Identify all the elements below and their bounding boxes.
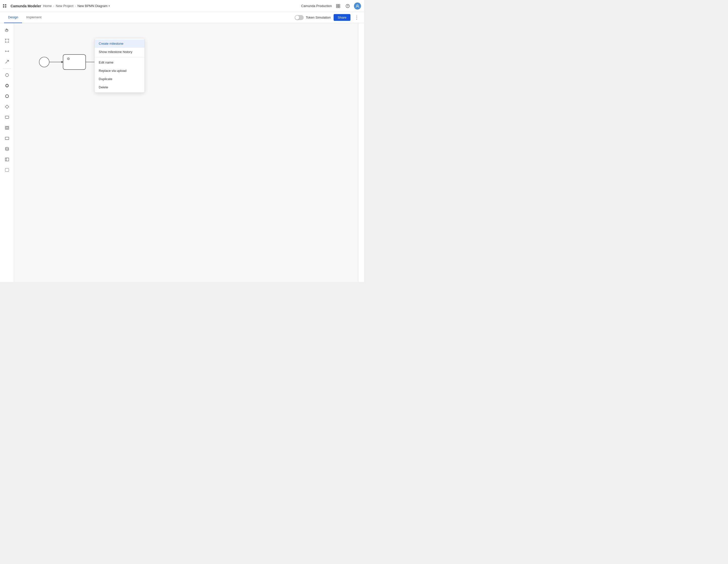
svg-point-16 (6, 74, 9, 77)
navbar-right: Camunda Production ? (301, 3, 361, 10)
menu-item-edit-name[interactable]: Edit name (95, 58, 144, 67)
svg-point-8 (5, 39, 6, 40)
toggle-track[interactable] (295, 15, 304, 20)
select-tool-button[interactable] (2, 36, 12, 46)
start-event-tool-button[interactable] (2, 70, 12, 80)
toggle-knob (295, 16, 299, 20)
svg-marker-20 (5, 105, 9, 109)
left-toolbar (0, 23, 14, 282)
breadcrumb-sep1: › (53, 4, 54, 8)
menu-item-delete[interactable]: Delete (95, 83, 144, 91)
svg-rect-3 (338, 6, 340, 8)
breadcrumb-sep2: › (75, 4, 76, 8)
context-menu: Create milestone Show milestone history … (94, 38, 145, 93)
menu-item-duplicate[interactable]: Duplicate (95, 75, 144, 83)
svg-point-18 (6, 85, 8, 87)
app-icon (3, 4, 7, 8)
token-simulation-toggle: Token Simulation (295, 15, 331, 20)
grid-icon (3, 4, 7, 8)
data-store-tool-button[interactable] (2, 144, 12, 154)
avatar[interactable] (354, 3, 361, 10)
task-tool-button[interactable] (2, 112, 12, 122)
svg-text:?: ? (347, 5, 349, 8)
gateway-tool-button[interactable] (2, 102, 12, 112)
breadcrumb-project[interactable]: New Project (56, 4, 73, 8)
svg-rect-21 (5, 116, 9, 119)
tab-design[interactable]: Design (4, 12, 22, 23)
breadcrumb-current[interactable]: New BPMN Diagram ▾ (77, 4, 110, 8)
breadcrumb: Home › New Project › New BPMN Diagram ▾ (43, 4, 110, 8)
tabs-bar: Design Implement Token Simulation Share … (0, 12, 364, 23)
svg-point-11 (8, 42, 9, 43)
svg-rect-23 (6, 127, 8, 129)
end-event-tool-button[interactable] (2, 91, 12, 101)
toolbar-separator-1 (3, 68, 11, 69)
svg-rect-22 (5, 126, 9, 129)
share-button[interactable]: Share (334, 14, 350, 21)
chevron-down-icon: ▾ (109, 5, 110, 7)
app-name: Camunda Modeler (11, 4, 41, 8)
right-panel[interactable]: Details (358, 23, 364, 282)
svg-rect-1 (338, 4, 340, 6)
svg-rect-24 (5, 137, 9, 140)
svg-rect-26 (5, 158, 9, 161)
svg-rect-0 (336, 4, 338, 6)
main-area: ⚙ Create milestone Show milestone histor… (0, 23, 364, 282)
intermediate-event-tool-button[interactable] (2, 81, 12, 91)
svg-point-25 (6, 147, 9, 149)
grid-view-button[interactable] (335, 3, 341, 9)
navbar: Camunda Modeler Home › New Project › New… (0, 0, 364, 12)
svg-rect-28 (5, 169, 9, 172)
tabs-right: Token Simulation Share ⋮ (295, 14, 360, 21)
svg-point-19 (6, 95, 9, 98)
menu-item-show-milestone-history[interactable]: Show milestone history (95, 48, 144, 56)
subprocess-tool-button[interactable] (2, 123, 12, 133)
svg-rect-32 (63, 55, 86, 70)
tab-implement[interactable]: Implement (22, 12, 45, 23)
hand-tool-button[interactable] (2, 25, 12, 35)
svg-line-15 (6, 60, 9, 63)
more-options-button[interactable]: ⋮ (353, 14, 360, 21)
svg-rect-7 (6, 39, 9, 42)
menu-separator-1 (95, 57, 144, 57)
connect-tool-button[interactable] (2, 57, 12, 67)
lasso-tool-button[interactable] (2, 46, 12, 56)
svg-text:⚙: ⚙ (67, 57, 70, 61)
navbar-left: Camunda Modeler Home › New Project › New… (3, 4, 299, 8)
menu-item-replace-via-upload[interactable]: Replace via upload (95, 67, 144, 75)
token-simulation-label: Token Simulation (306, 16, 331, 19)
menu-item-create-milestone[interactable]: Create milestone (95, 39, 144, 48)
svg-rect-2 (336, 6, 338, 8)
svg-point-9 (8, 39, 9, 40)
svg-point-29 (39, 57, 49, 67)
call-activity-tool-button[interactable] (2, 133, 12, 143)
pool-tool-button[interactable] (2, 155, 12, 165)
canvas[interactable]: ⚙ Create milestone Show milestone histor… (14, 23, 358, 282)
svg-point-6 (357, 5, 358, 6)
env-label: Camunda Production (301, 4, 332, 8)
help-button[interactable]: ? (344, 3, 351, 9)
svg-point-10 (5, 42, 6, 43)
breadcrumb-home[interactable]: Home (43, 4, 52, 8)
group-tool-button[interactable] (2, 165, 12, 175)
